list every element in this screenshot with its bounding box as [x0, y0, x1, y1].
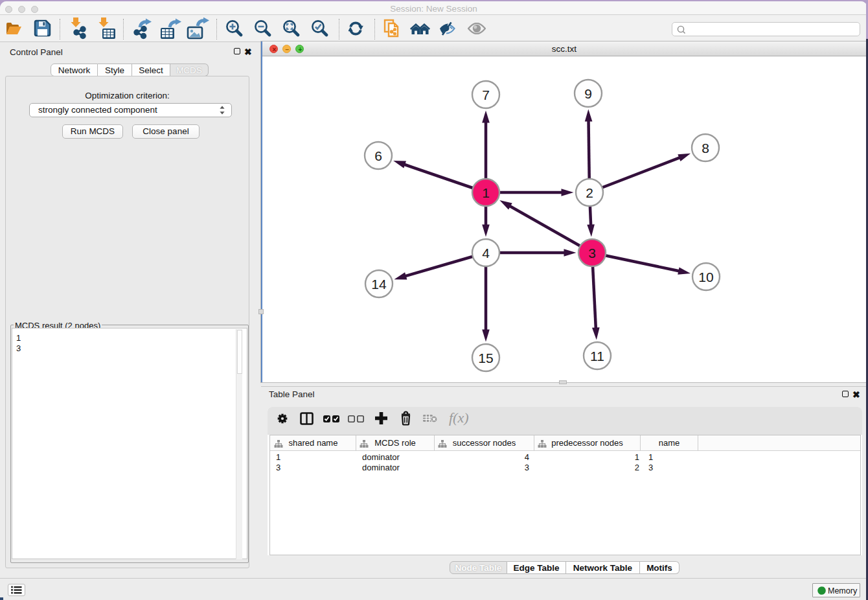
svg-text:8: 8	[702, 141, 709, 156]
svg-text:4: 4	[482, 246, 490, 260]
svg-text:2: 2	[586, 185, 593, 200]
svg-text:10: 10	[698, 270, 713, 284]
svg-text:9: 9	[584, 86, 592, 101]
svg-text:1: 1	[482, 185, 490, 200]
svg-text:11: 11	[590, 349, 604, 363]
svg-text:6: 6	[374, 148, 382, 163]
svg-text:3: 3	[588, 246, 596, 260]
svg-text:7: 7	[482, 87, 490, 102]
svg-text:15: 15	[478, 351, 493, 365]
svg-text:14: 14	[371, 277, 387, 292]
